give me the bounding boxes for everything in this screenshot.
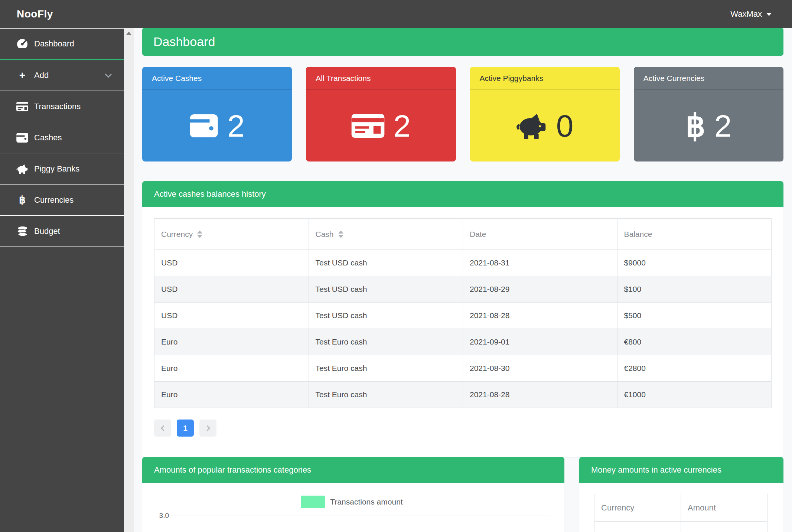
sidebar-item-transactions[interactable]: Transactions — [0, 91, 124, 122]
balances-panel-title: Active cashes balances history — [154, 189, 266, 199]
column-label: Cash — [316, 230, 334, 239]
bottom-panels-row: Amounts of popular transactions categori… — [142, 457, 783, 532]
stat-card-value: 2 — [394, 110, 411, 141]
chart-legend[interactable]: Transactions amount — [153, 496, 551, 508]
column-header-cash[interactable]: Cash — [309, 219, 463, 250]
stat-card-title: Active Cashes — [142, 67, 292, 90]
money-panel-title: Money amounts in active currencies — [591, 465, 721, 475]
cell-cash: Test USD cash — [309, 250, 463, 276]
bitcoin-icon: ฿ — [685, 110, 705, 141]
transactions-chart-panel: Amounts of popular transactions categori… — [142, 457, 564, 532]
table-row: USD Test USD cash 2021-08-29 $100 — [154, 276, 772, 303]
sidebar-item-label: Transactions — [34, 102, 81, 111]
legend-label: Transactions amount — [330, 497, 402, 506]
cell-currency: Euro — [154, 355, 309, 382]
balances-table: Currency Cash Date — [154, 218, 772, 408]
page-title-bar: Dashboard — [142, 28, 783, 56]
sidebar-item-currencies[interactable]: ฿ Currencies — [0, 185, 124, 216]
table-row: USD Test USD cash 2021-08-28 $500 — [154, 303, 772, 329]
y-axis-tick-label: 3.0 — [153, 512, 172, 532]
stat-card-active-cashes: Active Cashes 2 — [142, 67, 292, 161]
stat-card-all-transactions: All Transactions 2 — [306, 67, 456, 161]
stat-card-active-currencies: Active Currencies ฿ 2 — [634, 67, 783, 161]
table-row — [594, 522, 767, 532]
cell-date: 2021-08-28 — [463, 303, 617, 329]
cell-date: 2021-09-01 — [463, 329, 617, 355]
plus-icon: + — [16, 70, 28, 81]
cell-balance: $9000 — [617, 250, 772, 276]
money-amounts-panel: Money amounts in active currencies Curre… — [579, 457, 783, 532]
chart-area: 3.0 — [153, 516, 551, 532]
balances-history-panel: Active cashes balances history Currency — [142, 181, 783, 457]
user-menu[interactable]: WaxMax — [730, 9, 772, 19]
sidebar: Dashboard + Add Transactions Cashes — [0, 28, 124, 532]
scroll-up-arrow-icon[interactable] — [126, 32, 131, 35]
cell-currency: Euro — [154, 382, 309, 408]
cell-balance: $500 — [617, 303, 772, 329]
credit-card-icon — [351, 114, 385, 138]
column-header-balance: Balance — [617, 219, 772, 250]
sidebar-item-dashboard[interactable]: Dashboard — [0, 29, 124, 60]
brand-logo[interactable]: NooFly — [17, 8, 53, 20]
piggy-bank-icon — [516, 112, 547, 140]
cell-cash: Test USD cash — [309, 303, 463, 329]
table-row: Euro Test Euro cash 2021-08-30 €2800 — [154, 355, 772, 382]
tachometer-icon — [16, 38, 28, 50]
sidebar-item-label: Cashes — [34, 133, 62, 143]
pagination-next-button[interactable] — [199, 420, 216, 437]
cell-currency: USD — [154, 303, 309, 329]
cell-date: 2021-08-31 — [463, 250, 617, 276]
wallet-icon — [189, 114, 218, 137]
column-label: Currency — [161, 230, 193, 239]
cell-date: 2021-08-30 — [463, 355, 617, 382]
cell-cash: Test Euro cash — [309, 329, 463, 355]
column-header-currency[interactable]: Currency — [154, 219, 309, 250]
column-header-date: Date — [463, 219, 617, 250]
chevron-down-icon — [105, 71, 111, 78]
stat-cards-row: Active Cashes 2 All Transactions — [142, 67, 783, 161]
pagination-page-1-button[interactable]: 1 — [177, 420, 194, 437]
sidebar-item-piggy-banks[interactable]: Piggy Banks — [0, 153, 124, 185]
pagination-prev-button[interactable] — [154, 420, 171, 437]
sort-icon — [197, 231, 202, 238]
sidebar-item-add[interactable]: + Add — [0, 60, 124, 91]
sidebar-item-budget[interactable]: Budget — [0, 216, 124, 247]
sidebar-item-label: Budget — [34, 226, 60, 236]
cell-balance: €1000 — [617, 382, 772, 408]
chart-panel-header: Amounts of popular transactions categori… — [142, 457, 564, 483]
piggy-bank-icon — [16, 164, 28, 174]
chevron-right-icon — [204, 425, 210, 431]
cell-cash: Test Euro cash — [309, 382, 463, 408]
sidebar-item-label: Piggy Banks — [34, 164, 79, 174]
column-header-amount: Amount — [681, 494, 767, 522]
content-scrollbar[interactable] — [124, 28, 134, 532]
cell-balance: $100 — [617, 276, 772, 303]
cell-date: 2021-08-29 — [463, 276, 617, 303]
topbar: NooFly WaxMax — [0, 0, 792, 28]
coins-icon — [16, 226, 28, 236]
caret-down-icon — [766, 13, 772, 16]
column-label: Balance — [624, 230, 652, 239]
credit-card-icon — [16, 102, 28, 111]
table-row: Euro Test Euro cash 2021-09-01 €800 — [154, 329, 772, 355]
cell-currency: USD — [154, 250, 309, 276]
cell-cash: Test USD cash — [309, 276, 463, 303]
table-row: Euro Test Euro cash 2021-08-28 €1000 — [154, 382, 772, 408]
main-content: Dashboard Active Cashes 2 All Transactio… — [134, 28, 792, 532]
sidebar-item-cashes[interactable]: Cashes — [0, 122, 124, 153]
sidebar-item-label: Currencies — [34, 195, 74, 205]
table-row: USD Test USD cash 2021-08-31 $9000 — [154, 250, 772, 276]
user-menu-label: WaxMax — [730, 9, 762, 19]
column-header-currency: Currency — [594, 494, 681, 522]
page-title: Dashboard — [153, 35, 215, 49]
legend-swatch — [301, 496, 325, 508]
column-label: Date — [470, 230, 486, 239]
stat-card-value: 2 — [714, 110, 732, 141]
stat-card-title: Active Currencies — [634, 67, 783, 90]
balances-panel-header: Active cashes balances history — [142, 181, 783, 207]
sidebar-item-label: Dashboard — [34, 39, 74, 49]
chevron-left-icon — [160, 425, 166, 431]
axis-tick-mark — [168, 516, 172, 516]
bitcoin-icon: ฿ — [16, 195, 28, 205]
sort-icon — [338, 231, 343, 238]
